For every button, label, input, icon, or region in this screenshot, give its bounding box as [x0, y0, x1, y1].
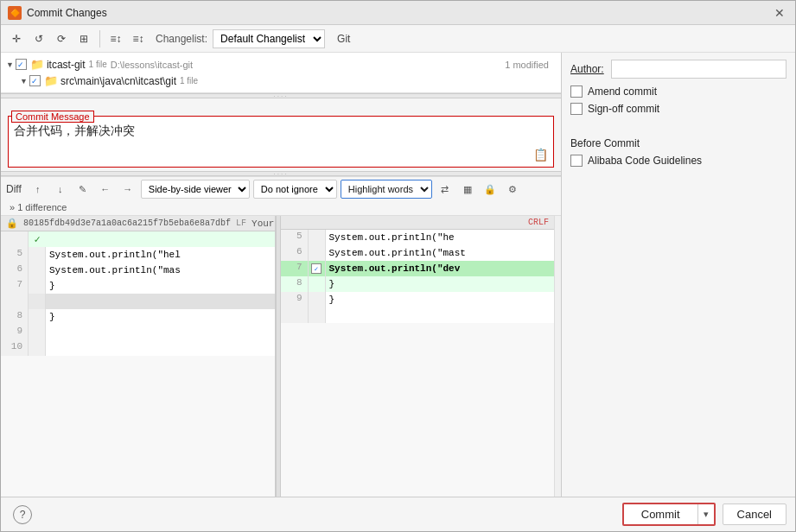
modified-tag: 1 modified: [505, 60, 556, 70]
highlight-select[interactable]: Highlight words: [341, 180, 432, 199]
diff-header: Diff ↑ ↓ ✎ ← → Side-by-side viewer Do no…: [1, 176, 561, 216]
diff-line-content: System.out.println("he: [326, 230, 555, 245]
before-commit-divider: Before Commit: [570, 137, 786, 149]
diff-left-line: 8 }: [1, 309, 275, 325]
diff-line-num: 9: [281, 292, 309, 307]
diff-right-panel: CRLF 5 System.out.println("he 6: [281, 216, 555, 497]
sub-checkbox[interactable]: [29, 75, 41, 86]
diff-line-num: [1, 231, 29, 247]
diff-settings-btn2[interactable]: ▦: [458, 180, 477, 199]
diff-left-line: 6 System.out.println("mas: [1, 263, 275, 278]
app-icon: 🔶: [8, 6, 22, 20]
diff-version-label: Your version: [252, 218, 274, 229]
cancel-button[interactable]: Cancel: [723, 504, 786, 525]
diff-lf-label: LF: [236, 218, 246, 228]
root-item-tag: 1 file: [89, 60, 107, 69]
group-toolbar-btn[interactable]: ⊞: [73, 28, 94, 49]
sub-folder-icon: 📁: [44, 74, 58, 87]
diff-right-btn[interactable]: →: [118, 180, 137, 199]
diff-left-lines: ✓ 5 System.out.println("hel 6: [1, 231, 275, 497]
amend-commit-checkbox[interactable]: [570, 86, 583, 98]
sub-item-name: src\main\java\cn\itcast\git: [60, 75, 176, 87]
commit-message-text: 合并代码，并解决冲突: [14, 124, 135, 137]
alibaba-checkbox[interactable]: [570, 155, 583, 167]
commit-button[interactable]: Commit: [624, 504, 697, 524]
bottom-bar: ? Commit ▾ Cancel: [1, 497, 795, 531]
amend-commit-label[interactable]: Amend commit: [588, 86, 657, 98]
diff-line-content: System.out.println("mast: [326, 245, 555, 261]
diff-line-num: 9: [1, 325, 29, 340]
diff-viewer: 🔒 80185fdb49d3e7a1a0ac6a215f7b5eba6e8a7d…: [1, 216, 561, 497]
folder-icon: 📁: [30, 58, 44, 71]
sign-off-label[interactable]: Sign-off commit: [588, 103, 659, 115]
changelist-select[interactable]: Default Changelist: [213, 29, 325, 48]
diff-right-line: 6 System.out.println("mast: [281, 245, 555, 261]
diff-left-btn[interactable]: ←: [96, 180, 115, 199]
scrollbar[interactable]: [554, 216, 561, 497]
title-bar: 🔶 Commit Changes ✕: [1, 1, 795, 25]
tree-sub-item[interactable]: ▼ 📁 src\main\java\cn\itcast\git 1 file: [1, 73, 561, 89]
diff-left-line: 5 System.out.println("hel: [1, 247, 275, 263]
git-label: Git: [337, 33, 350, 45]
diff-line-num: 6: [281, 245, 309, 261]
alibaba-label[interactable]: Alibaba Code Guidelines: [588, 155, 702, 167]
diff-right-line-modified: 7 ✓ System.out.println("dev: [281, 261, 555, 276]
diff-line-content: }: [326, 292, 555, 307]
commit-msg-icon-btn[interactable]: 📋: [533, 148, 548, 162]
root-checkbox[interactable]: [16, 59, 27, 70]
diff-line-num: 8: [281, 276, 309, 292]
left-panel: ▼ 📁 itcast-git 1 file D:\lessons\itcast-…: [1, 53, 562, 497]
diff-line-num: 6: [1, 263, 29, 278]
dialog-title: Commit Changes: [27, 7, 771, 19]
main-content: ▼ 📁 itcast-git 1 file D:\lessons\itcast-…: [1, 53, 795, 497]
diff-line-content: System.out.println("dev: [326, 261, 555, 276]
diff-line-num: 5: [281, 230, 309, 245]
root-item-name: itcast-git: [47, 59, 86, 71]
viewer-type-select[interactable]: Side-by-side viewer: [141, 180, 250, 199]
diff-crlf-label: CRLF: [528, 218, 549, 227]
refresh-toolbar-btn[interactable]: ⟳: [51, 28, 72, 49]
diff-line-content: }: [46, 278, 275, 294]
undo-toolbar-btn[interactable]: ↺: [29, 28, 49, 49]
diff-label: Diff: [6, 183, 22, 195]
author-label[interactable]: Author:: [570, 63, 604, 75]
diff-check-icon[interactable]: ✓: [311, 263, 322, 274]
commit-dialog: 🔶 Commit Changes ✕ ✛ ↺ ⟳ ⊞ ≡↕ ≡↕ Changel…: [0, 0, 796, 532]
help-button[interactable]: ?: [13, 505, 32, 524]
close-button[interactable]: ✕: [771, 4, 788, 22]
sort2-toolbar-btn[interactable]: ≡↕: [128, 28, 149, 49]
diff-left-line: 7 }: [1, 278, 275, 294]
add-toolbar-btn[interactable]: ✛: [6, 28, 27, 49]
diff-section: Diff ↑ ↓ ✎ ← → Side-by-side viewer Do no…: [1, 176, 561, 497]
diff-lock-btn[interactable]: 🔒: [481, 180, 500, 199]
diff-right-line: 9 }: [281, 292, 555, 307]
ignore-select[interactable]: Do not ignore: [253, 180, 337, 199]
diff-line-num: [281, 307, 309, 323]
commit-dropdown-arrow[interactable]: ▾: [697, 504, 714, 524]
diff-settings-btn1[interactable]: ⇄: [436, 180, 455, 199]
diff-down-btn[interactable]: ↓: [51, 180, 70, 199]
diff-line-content: }: [46, 309, 275, 325]
diff-left-line: ✓: [1, 231, 275, 247]
commit-message-label: Commit Message: [11, 111, 94, 123]
author-input[interactable]: [611, 60, 786, 79]
added-tick-icon: ✓: [34, 233, 40, 246]
diff-line-content: [326, 307, 555, 323]
root-item-path: D:\lessons\itcast-git: [111, 60, 193, 70]
diff-edit-btn[interactable]: ✎: [73, 180, 92, 199]
sign-off-checkbox[interactable]: [570, 103, 583, 115]
commit-message-box[interactable]: 合并代码，并解决冲突 📋: [8, 116, 554, 168]
tree-root-item[interactable]: ▼ 📁 itcast-git 1 file D:\lessons\itcast-…: [1, 56, 561, 73]
diff-lock-icon: 🔒: [6, 218, 18, 229]
diff-up-btn[interactable]: ↑: [29, 180, 48, 199]
changelist-label: Changelist:: [156, 33, 207, 45]
diff-left-header: 🔒 80185fdb49d3e7a1a0ac6a215f7b5eba6e8a7d…: [1, 216, 275, 231]
diff-line-num: 5: [1, 247, 29, 263]
sort1-toolbar-btn[interactable]: ≡↕: [105, 28, 126, 49]
commit-button-group: Commit ▾: [622, 503, 716, 526]
diff-count: » 1 difference: [10, 202, 67, 212]
diff-line-num: 7: [1, 278, 29, 294]
diff-commit-hash: 80185fdb49d3e7a1a0ac6a215f7b5eba6e8a7dbf: [23, 218, 231, 228]
amend-commit-row: Amend commit: [570, 86, 786, 98]
diff-gear-btn[interactable]: ⚙: [503, 180, 522, 199]
